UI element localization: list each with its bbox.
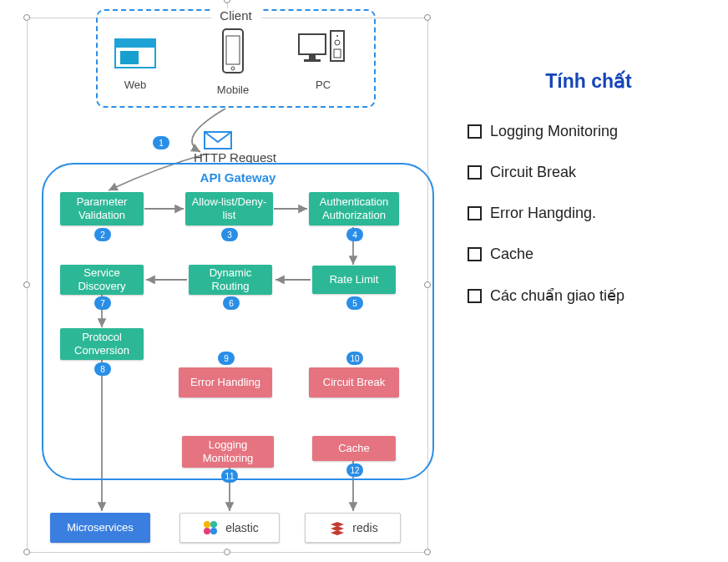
step-11: 11 [221,469,238,483]
step-9: 9 [218,352,235,365]
box-microservices: Microservices [50,513,150,543]
step-4: 4 [346,228,363,241]
svg-rect-7 [309,54,316,59]
step-2: 2 [94,228,111,241]
browser-icon [110,36,160,71]
svg-point-5 [231,67,235,70]
node-circuit-break: Circuit Break [309,367,399,397]
step-10: 10 [346,352,363,365]
sidebar: Tính chất Logging Monitoring Circuit Bre… [468,70,710,328]
node-rate-limit: Rate Limit [312,266,396,294]
node-dynamic-routing: Dynamic Routing [189,265,272,295]
node-protocol-conversion: Protocol Conversion [60,328,144,360]
node-authentication-authorization: Authentication Authorization [309,192,399,225]
elastic-label: elastic [225,521,259,534]
node-parameter-validation: Parameter Validation [60,192,144,225]
sidebar-item-logging: Logging Monitoring [468,123,710,140]
node-allow-deny-list: Allow-list/Deny-list [185,192,273,225]
box-elastic: elastic [179,513,280,543]
step-6: 6 [223,296,240,310]
node-logging-monitoring: Logging Monitoring [182,436,274,468]
elastic-icon [200,518,220,538]
checkbox-icon [468,289,482,303]
sidebar-title: Tính chất [468,70,710,93]
gateway-label: API Gateway [43,170,432,185]
client-mobile: Mobile [200,28,266,96]
sidebar-item-label: Logging Monitoring [490,123,618,140]
step-3: 3 [221,228,238,241]
svg-rect-6 [299,34,326,54]
step-8: 8 [94,362,111,376]
sidebar-item-error: Error Hangding. [468,205,710,222]
step-12: 12 [346,463,363,477]
svg-point-10 [336,35,338,37]
svg-rect-12 [334,49,341,58]
sidebar-item-circuit: Circuit Break [468,164,710,181]
svg-rect-2 [120,51,139,64]
sidebar-item-cache: Cache [468,246,710,263]
sidebar-item-label: Các chuẩn giao tiếp [490,286,624,305]
sidebar-item-label: Circuit Break [490,164,576,181]
svg-rect-1 [115,39,155,48]
mobile-icon [216,28,250,76]
client-web-label: Web [102,78,169,91]
node-cache: Cache [312,436,396,461]
checkbox-icon [468,247,482,261]
node-error-handling: Error Handling [179,367,272,397]
step-7: 7 [94,296,111,310]
checkbox-icon [468,206,482,220]
canvas: Client Web Mobile [0,0,728,562]
node-service-discovery: Service Discovery [60,265,144,295]
box-redis: redis [305,513,401,543]
client-box: Client Web Mobile [96,9,376,108]
client-pc: PC [290,29,356,91]
client-label: Client [211,8,261,23]
sidebar-item-label: Cache [490,246,533,263]
svg-point-11 [335,40,340,45]
step-1: 1 [153,136,169,149]
svg-rect-8 [304,59,321,62]
client-web: Web [102,36,169,91]
redis-label: redis [352,521,377,534]
pc-icon [294,29,352,71]
checkbox-icon [468,124,482,139]
redis-icon [327,518,347,538]
svg-point-15 [210,521,217,528]
sidebar-item-label: Error Hangding. [490,205,596,222]
svg-rect-4 [226,36,240,64]
client-mobile-label: Mobile [200,84,266,96]
checkbox-icon [468,165,482,180]
sidebar-item-protocols: Các chuẩn giao tiếp [468,286,710,305]
svg-point-17 [210,528,217,534]
step-5: 5 [346,296,363,310]
svg-point-14 [204,521,210,528]
svg-point-16 [204,528,210,534]
client-pc-label: PC [290,78,356,91]
envelope-icon [203,130,233,150]
